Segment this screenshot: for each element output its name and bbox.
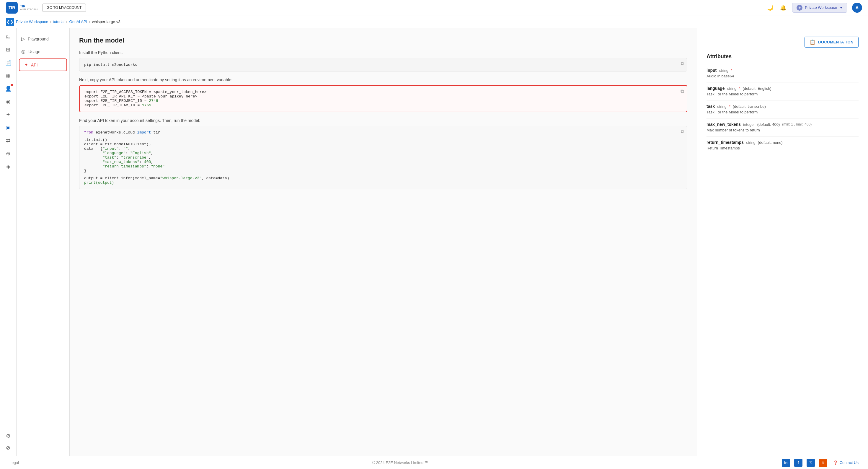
attr-input-desc: Audio in base64: [707, 74, 859, 78]
doc-icon: 📋: [810, 39, 816, 45]
env-code-block: ⧉ export E2E_TIR_ACCESS_TOKEN = <paste_y…: [79, 85, 687, 112]
find-api-label: Find your API token in your account sett…: [79, 118, 687, 123]
env-line-3: export E2E_TIR_PROJECT_ID = 2746: [85, 99, 682, 103]
apps-icon[interactable]: ▦: [2, 70, 14, 82]
attr-max-new-tokens: max_new_tokens integer (default: 400) (m…: [707, 118, 859, 136]
main-content: Run the model Install the Python client:…: [70, 28, 697, 456]
notifications-icon[interactable]: 🔔: [779, 4, 787, 12]
header: TIR TIR AI PLATFORM GO TO MYACCOUNT 🌙 🔔 …: [0, 0, 868, 16]
attr-input-type: string: [719, 68, 728, 72]
main-wrap: 🗂 ⊞ 📄 ▦ 👤 ◉ ✦ ▣ ⇄ ⊕ ◈ ⚙ ⊘ ▷ Playground ◎…: [0, 28, 868, 456]
help-icon[interactable]: ⊘: [2, 442, 14, 453]
breadcrumb-tutorial[interactable]: tutorial: [53, 20, 64, 24]
attr-return-timestamps: return_timestamps string (default: none)…: [707, 137, 859, 154]
copy-env-button[interactable]: ⧉: [681, 89, 684, 94]
run-line-13: print(output): [84, 180, 682, 185]
grid-icon[interactable]: ⊞: [2, 44, 14, 56]
contact-us-link[interactable]: ❓ Contact Us: [833, 461, 859, 465]
sidebar-bottom: ⚙ ⊘: [2, 430, 14, 453]
run-line-8: "max_new_tokens": 400,: [84, 160, 682, 164]
dark-mode-icon[interactable]: 🌙: [766, 4, 774, 12]
deploy-icon[interactable]: ◉: [2, 96, 14, 108]
linkedin-icon[interactable]: in: [782, 459, 790, 467]
attr-task-desc: Task For the Model to perform: [707, 110, 859, 114]
run-line-6: "language": "English",: [84, 151, 682, 155]
workspace-dropdown-arrow: ▼: [839, 6, 843, 10]
rss-icon[interactable]: ⊛: [819, 459, 827, 467]
install-code-block: pip install e2enetworks ⧉: [79, 58, 687, 71]
breadcrumb-sep-3: ›: [89, 20, 90, 24]
attr-language-default: (default: English): [743, 86, 771, 91]
env-label: Next, copy your API token and authentica…: [79, 77, 687, 82]
footer-legal[interactable]: Legal: [9, 461, 19, 465]
header-right: 🌙 🔔 ⊕ Private Workspace ▼ A: [766, 3, 862, 13]
attr-timestamps-default: (default: none): [758, 140, 783, 145]
footer-copyright: © 2024 E2E Networks Limited ™: [372, 461, 428, 465]
footer-social: in f 𝕏 ⊛: [782, 459, 827, 467]
nav-api-label: API: [31, 63, 38, 67]
person-icon[interactable]: 👤: [2, 83, 14, 94]
breadcrumb-private-workspace[interactable]: Private Workspace: [16, 20, 48, 24]
nav-usage[interactable]: ◎ Usage: [17, 46, 69, 57]
page-title: Run the model: [79, 37, 687, 44]
question-icon: ❓: [833, 461, 838, 465]
nav-api[interactable]: ✦ API: [19, 58, 67, 71]
breadcrumb-model-name: whisper-large-v3: [92, 20, 120, 24]
from-keyword: from: [84, 130, 93, 135]
run-line-10: }: [84, 169, 682, 173]
attr-max-tokens-desc: Max number of tokens to return: [707, 128, 859, 132]
code-spacer-2: [84, 173, 682, 176]
attr-max-tokens-name: max_new_tokens: [707, 122, 741, 127]
attr-language-desc: Task For the Model to perform: [707, 92, 859, 96]
logo-icon: TIR: [6, 2, 18, 13]
env-line-2: export E2E_TIR_API_KEY = <paste_your_api…: [85, 94, 682, 99]
copy-run-button[interactable]: ⧉: [681, 129, 684, 135]
attr-max-tokens-type: integer: [743, 122, 755, 127]
run-line-1: from e2enetworks.cloud import tir: [84, 130, 682, 135]
facebook-icon[interactable]: f: [794, 459, 802, 467]
logo-text: TIR AI PLATFORM: [20, 4, 37, 11]
nav-usage-label: Usage: [28, 49, 40, 54]
attr-timestamps-name: return_timestamps: [707, 140, 744, 145]
import-keyword: import: [137, 130, 151, 135]
run-line-4: client = tir.ModelAPIClient(): [84, 142, 682, 146]
doc-label: DOCUMENTATION: [818, 40, 854, 44]
pipeline-icon[interactable]: ⇄: [2, 135, 14, 146]
attr-input: input string * Audio in base64: [707, 64, 859, 82]
breadcrumb-sep-1: ›: [50, 20, 51, 24]
breadcrumb-sep-2: ›: [66, 20, 67, 24]
avatar[interactable]: A: [852, 3, 862, 13]
attr-language-name: language: [707, 86, 724, 91]
model-icon[interactable]: ▣: [2, 122, 14, 134]
integration-icon[interactable]: ◈: [2, 161, 14, 173]
contact-us-label: Contact Us: [840, 461, 859, 465]
content-area: Run the model Install the Python client:…: [70, 28, 868, 456]
install-code: pip install e2enetworks: [84, 62, 137, 67]
workspace-button[interactable]: ⊕ Private Workspace ▼: [792, 3, 847, 13]
footer-right: in f 𝕏 ⊛ ❓ Contact Us: [782, 459, 859, 467]
add-icon[interactable]: ⊕: [2, 148, 14, 159]
copy-install-button[interactable]: ⧉: [681, 61, 684, 66]
run-line-12: output = client.infer(model_name="whispe…: [84, 176, 682, 180]
twitter-icon[interactable]: 𝕏: [807, 459, 815, 467]
settings-icon[interactable]: ⚙: [2, 430, 14, 442]
documentation-button[interactable]: 📋 DOCUMENTATION: [805, 37, 859, 48]
sidebar-toggle-button[interactable]: ❮❯: [6, 18, 14, 26]
workspace-label: Private Workspace: [805, 5, 837, 10]
nodes-icon[interactable]: ✦: [2, 109, 14, 120]
attributes-title: Attributes: [707, 54, 859, 60]
breadcrumb-genai-api[interactable]: GenAI API: [69, 20, 87, 24]
run-line-5: data = {"input": "",: [84, 146, 682, 151]
attr-language-type: string: [727, 86, 736, 91]
go-to-myaccount-button[interactable]: GO TO MYACCOUNT: [42, 4, 86, 12]
document-icon[interactable]: 📄: [2, 57, 14, 68]
env-line-4: export E2E_TIR_TEAM_ID = 1769: [85, 103, 682, 108]
attr-language-required: *: [739, 86, 740, 91]
folders-icon[interactable]: 🗂: [2, 31, 14, 42]
nav-playground[interactable]: ▷ Playground: [17, 33, 69, 45]
attr-task-default: (default: transcribe): [733, 104, 766, 109]
left-nav: ▷ Playground ◎ Usage ✦ API: [17, 28, 70, 456]
footer: Legal © 2024 E2E Networks Limited ™ in f…: [0, 456, 868, 469]
workspace-icon: ⊕: [797, 5, 802, 11]
run-code-block: ⧉ from e2enetworks.cloud import tir tir.…: [79, 126, 687, 189]
